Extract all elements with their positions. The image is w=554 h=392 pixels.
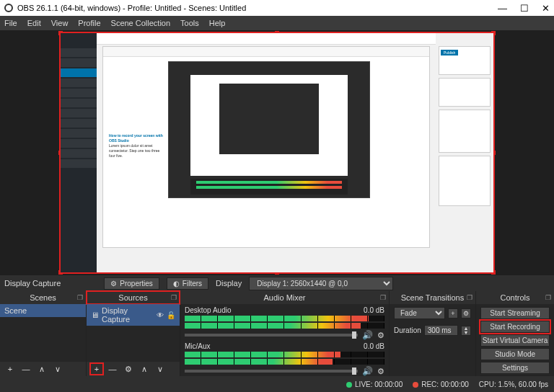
window-close-button[interactable]: ✕: [542, 3, 550, 14]
channel-level: 0.0 dB: [364, 342, 384, 350]
menu-edit[interactable]: Edit: [27, 19, 41, 27]
volume-slider[interactable]: [185, 334, 358, 337]
channel-settings-button[interactable]: ⚙: [377, 331, 384, 340]
sources-dock: Sources ❐ 🖥 Display Capture 👁 🔓 + — ⚙ ∧ …: [87, 291, 180, 376]
window-title: OBS 26.1.1 (64-bit, windows) - Profile: …: [17, 4, 246, 12]
lock-toggle-icon[interactable]: 🔓: [167, 311, 175, 319]
source-up-button[interactable]: ∧: [138, 364, 150, 374]
scenes-dock: Scenes ❐ Scene + — ∧ ∨: [0, 291, 87, 376]
duration-stepper[interactable]: ▲▼: [461, 326, 471, 336]
exit-button[interactable]: Exit: [480, 375, 550, 376]
wp-publish-button: Publish: [441, 50, 458, 55]
visibility-toggle-icon[interactable]: 👁: [157, 311, 164, 319]
wp-admin-sidebar: [61, 33, 97, 272]
controls-dock: Controls ❐ Start Streaming Start Recordi…: [476, 291, 554, 376]
scenes-header[interactable]: Scenes ❐: [0, 291, 86, 304]
properties-button[interactable]: ⚙ Properties: [104, 277, 159, 290]
popout-icon[interactable]: ❐: [545, 294, 551, 301]
mixer-header[interactable]: Audio Mixer ❐: [180, 291, 389, 304]
popout-icon[interactable]: ❐: [380, 294, 386, 301]
transitions-dock: Scene Transitions ❐ Fade + ⚙ Duration ▲▼: [390, 291, 476, 376]
source-add-button[interactable]: +: [91, 364, 102, 374]
source-remove-button[interactable]: —: [107, 364, 118, 374]
rec-status: REC: 00:00:00: [413, 380, 469, 388]
mute-button[interactable]: 🔊: [362, 330, 373, 340]
display-select[interactable]: Display 1: 2560x1440 @ 0,0: [249, 277, 393, 290]
status-bar: LIVE: 00:00:00 REC: 00:00:00 CPU: 1.5%, …: [0, 376, 554, 392]
preview-source-frame[interactable]: How to record your screen with OBS Studi…: [61, 33, 493, 272]
source-down-button[interactable]: ∨: [154, 364, 166, 374]
docks-row: Scenes ❐ Scene + — ∧ ∨ Sources ❐ 🖥 Displ…: [0, 291, 554, 376]
cpu-status: CPU: 1.5%, 60.00 fps: [479, 380, 548, 388]
filters-icon: ◐: [173, 280, 180, 288]
gear-icon: ⚙: [110, 280, 117, 288]
source-item-label: Display Capture: [102, 306, 154, 324]
preview-area[interactable]: How to record your screen with OBS Studi…: [0, 30, 554, 275]
start-recording-button[interactable]: Start Recording: [480, 321, 550, 333]
transitions-title: Scene Transitions: [401, 293, 464, 302]
window-titlebar: OBS 26.1.1 (64-bit, windows) - Profile: …: [0, 0, 554, 16]
menu-help[interactable]: Help: [209, 19, 226, 27]
menu-scene-collection[interactable]: Scene Collection: [111, 19, 171, 27]
menu-profile[interactable]: Profile: [78, 19, 100, 27]
filters-button[interactable]: ◐ Filters: [167, 277, 208, 290]
scene-up-button[interactable]: ∧: [36, 364, 48, 374]
window-minimize-button[interactable]: —: [498, 3, 507, 14]
volume-slider[interactable]: [185, 370, 358, 373]
wp-editor-area: How to record your screen with OBS Studi…: [97, 33, 436, 272]
popout-icon[interactable]: ❐: [171, 294, 177, 301]
source-item[interactable]: 🖥 Display Capture 👁 🔓: [87, 304, 180, 326]
audio-meter: [185, 323, 384, 329]
obs-logo-icon: [4, 4, 13, 12]
mute-button[interactable]: 🔊: [362, 366, 373, 376]
start-streaming-button[interactable]: Start Streaming: [480, 307, 550, 319]
channel-level: 0.0 dB: [364, 306, 384, 314]
display-icon: 🖥: [91, 311, 99, 319]
menu-tools[interactable]: Tools: [180, 19, 199, 27]
window-maximize-button[interactable]: ☐: [520, 3, 529, 14]
scene-down-button[interactable]: ∨: [52, 364, 63, 374]
audio-meter: [185, 316, 384, 321]
controls-title: Controls: [501, 293, 530, 302]
filters-label: Filters: [183, 280, 202, 288]
source-properties-button[interactable]: ⚙: [123, 364, 134, 374]
channel-name: Mic/Aux: [185, 342, 211, 350]
sources-title: Sources: [118, 293, 147, 302]
audio-meter: [185, 359, 384, 365]
wp-sidebar-panels: Publish: [436, 33, 493, 272]
rec-indicator-icon: [413, 382, 418, 388]
mixer-title: Audio Mixer: [263, 293, 305, 302]
mixer-channel: Desktop Audio0.0 dB🔊⚙: [180, 304, 389, 340]
start-virtual-camera-button[interactable]: Start Virtual Camera: [480, 334, 550, 347]
scene-item[interactable]: Scene: [0, 304, 86, 317]
menu-bar: File Edit View Profile Scene Collection …: [0, 16, 554, 30]
duration-input[interactable]: [424, 325, 458, 336]
scene-remove-button[interactable]: —: [20, 364, 32, 374]
audio-meter: [185, 352, 384, 357]
transition-add-button[interactable]: +: [448, 308, 458, 318]
scene-add-button[interactable]: +: [4, 364, 16, 374]
duration-label: Duration: [394, 326, 421, 334]
transition-settings-button[interactable]: ⚙: [461, 308, 471, 318]
channel-name: Desktop Audio: [185, 306, 232, 314]
popout-icon[interactable]: ❐: [77, 294, 83, 301]
scenes-title: Scenes: [30, 293, 56, 302]
controls-header[interactable]: Controls ❐: [476, 291, 554, 304]
properties-label: Properties: [120, 280, 153, 288]
popout-icon[interactable]: ❐: [467, 294, 472, 301]
display-label: Display: [216, 279, 242, 288]
menu-view[interactable]: View: [51, 19, 69, 27]
studio-mode-button[interactable]: Studio Mode: [480, 348, 550, 360]
channel-settings-button[interactable]: ⚙: [377, 367, 384, 376]
menu-file[interactable]: File: [4, 19, 17, 27]
transition-type-select[interactable]: Fade: [394, 307, 445, 319]
preview-captured-screen: How to record your screen with OBS Studi…: [61, 33, 493, 272]
audio-mixer-dock: Audio Mixer ❐ Desktop Audio0.0 dB🔊⚙Mic/A…: [180, 291, 390, 376]
live-status: LIVE: 00:00:00: [346, 380, 403, 388]
sources-header[interactable]: Sources ❐: [87, 291, 180, 304]
transitions-header[interactable]: Scene Transitions ❐: [390, 291, 475, 304]
live-indicator-icon: [346, 382, 352, 388]
mixer-channel: Mic/Aux0.0 dB🔊⚙: [180, 340, 389, 376]
settings-button[interactable]: Settings: [480, 362, 550, 374]
selected-source-label: Display Capture: [4, 279, 61, 288]
